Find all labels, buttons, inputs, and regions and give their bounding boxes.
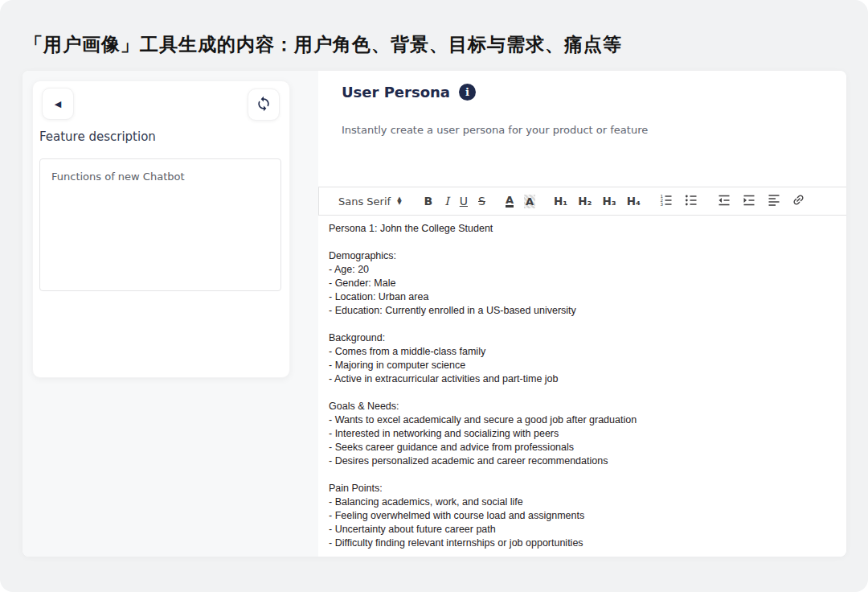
outdent-icon	[717, 193, 731, 210]
editor-line: - Wants to excel academically and secure…	[329, 413, 837, 427]
info-icon[interactable]: i	[459, 84, 476, 101]
editor-line: - Comes from a middle-class family	[329, 345, 837, 359]
select-updown-icon: ▲▼	[397, 197, 401, 205]
editor-line: Pain Points:	[329, 482, 837, 495]
back-button[interactable]: ◀	[42, 88, 74, 120]
editor-line: - Age: 20	[329, 263, 837, 277]
editor-line: - Uncertainty about future career path	[329, 523, 837, 536]
indent-icon	[742, 193, 756, 210]
editor-content[interactable]: Persona 1: John the College Student Demo…	[329, 222, 837, 550]
svg-text:3: 3	[660, 202, 663, 207]
highlight-color-button[interactable]: A	[524, 195, 535, 208]
editor-toolbar: Sans Serif ▲▼ B I U S A A H₁ H₂ H₃ H₄	[318, 187, 846, 216]
heading1-button[interactable]: H₁	[554, 195, 567, 208]
page-title: 「用户画像」工具生成的内容：用户角色、背景、目标与需求、痛点等	[24, 32, 622, 57]
heading4-button[interactable]: H₄	[627, 195, 641, 208]
editor-line: - Seeks career guidance and advice from …	[329, 441, 837, 454]
persona-panel: User Persona i Instantly create a user p…	[318, 71, 846, 557]
outdent-button[interactable]	[717, 193, 731, 210]
feature-description-card: ◀ Feature description	[32, 80, 290, 378]
bullet-list-icon	[684, 193, 698, 210]
underline-button[interactable]: U	[460, 195, 468, 208]
editor-line: Persona 1: John the College Student	[329, 222, 837, 236]
editor-line: - Difficulty finding relevant internship…	[329, 536, 837, 550]
app-window: ◀ Feature description User Persona i Ins…	[23, 71, 846, 557]
text-color-button[interactable]: A	[506, 195, 514, 208]
link-button[interactable]	[792, 193, 805, 209]
editor-line: - Gender: Male	[329, 277, 837, 290]
heading2-button[interactable]: H₂	[578, 195, 592, 208]
editor-line: Goals & Needs:	[329, 400, 837, 413]
bullet-list-button[interactable]	[684, 193, 698, 210]
editor-line: Demographics:	[329, 249, 837, 263]
refresh-button[interactable]	[248, 88, 280, 121]
align-icon	[767, 193, 781, 210]
ordered-list-icon: 1 2 3	[659, 193, 674, 210]
editor-line: - Majoring in computer science	[329, 359, 837, 372]
feature-description-label: Feature description	[39, 130, 156, 144]
left-column: ◀ Feature description	[23, 71, 318, 557]
heading3-button[interactable]: H₃	[602, 195, 616, 208]
strikethrough-button[interactable]: S	[478, 195, 485, 208]
editor-line	[329, 386, 837, 400]
persona-subtitle: Instantly create a user persona for your…	[342, 124, 648, 136]
editor-line	[329, 468, 837, 482]
link-icon	[792, 193, 805, 209]
bold-button[interactable]: B	[424, 195, 433, 208]
editor-line: - Active in extracurricular activities a…	[329, 372, 837, 386]
editor-line	[329, 236, 837, 249]
editor-line: - Location: Urban area	[329, 290, 837, 304]
editor-line: - Feeling overwhelmed with course load a…	[329, 509, 837, 523]
align-button[interactable]	[767, 193, 781, 210]
editor-line: - Interested in networking and socializi…	[329, 427, 837, 441]
editor-line: - Desires personalized academic and care…	[329, 454, 837, 468]
editor-line	[329, 318, 837, 331]
editor-line: Background:	[329, 331, 837, 345]
editor-line: - Education: Currently enrolled in a US-…	[329, 304, 837, 318]
refresh-icon	[256, 96, 272, 114]
font-family-select[interactable]: Sans Serif ▲▼	[338, 195, 402, 208]
font-family-label: Sans Serif	[338, 195, 391, 208]
persona-header: User Persona i	[342, 84, 476, 101]
slide-canvas: 「用户画像」工具生成的内容：用户角色、背景、目标与需求、痛点等 ◀ Featur…	[0, 0, 868, 592]
editor-line: - Balancing academics, work, and social …	[329, 495, 837, 509]
feature-description-input[interactable]	[39, 158, 281, 291]
italic-button[interactable]: I	[444, 195, 449, 208]
persona-title: User Persona	[342, 84, 450, 101]
ordered-list-button[interactable]: 1 2 3	[659, 193, 674, 210]
indent-button[interactable]	[742, 193, 756, 210]
back-arrow-icon: ◀	[55, 99, 61, 109]
